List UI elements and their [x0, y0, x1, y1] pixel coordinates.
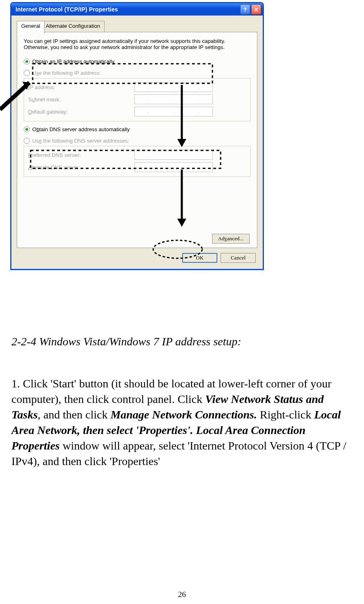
page-number: 26	[0, 590, 364, 599]
label-subnet: Subnet mask:	[28, 96, 134, 103]
label-pdns: Preferred DNS server:	[28, 152, 134, 158]
label-ip: IP address:	[28, 84, 134, 90]
radio-obtain-dns-label: Obtain DNS server address automatically	[32, 126, 130, 132]
close-button[interactable]: X	[251, 4, 261, 14]
radio-obtain-dns[interactable]	[24, 126, 30, 132]
ok-button[interactable]: OK	[182, 253, 217, 263]
p1-text-c: , and then click	[38, 408, 110, 421]
dialog-titlebar: Internet Protocol (TCP/IP) Properties ? …	[11, 3, 263, 16]
label-gateway: Default gateway:	[28, 109, 134, 115]
help-button[interactable]: ?	[240, 4, 250, 14]
tab-strip: General Alternate Configuration	[17, 21, 257, 32]
field-ip[interactable]: ...	[134, 82, 213, 92]
cancel-button[interactable]: Cancel	[221, 253, 256, 263]
field-adns[interactable]: ...	[134, 162, 213, 172]
radio-obtain-ip[interactable]	[24, 58, 30, 65]
advanced-button[interactable]: Advanced...	[212, 234, 250, 244]
field-subnet[interactable]: ...	[134, 94, 213, 104]
p1-text-e: Right-click	[257, 408, 314, 421]
intro-text: You can get IP settings assigned automat…	[24, 38, 250, 50]
radio-use-dns[interactable]	[24, 138, 30, 144]
field-pdns[interactable]: ...	[134, 150, 213, 160]
radio-use-ip[interactable]	[24, 70, 30, 76]
label-adns: Alternate DNS server:	[28, 164, 134, 170]
field-gateway[interactable]: ...	[134, 107, 213, 116]
instruction-paragraph: 1. Click 'Start' button (it should be lo…	[11, 376, 354, 469]
tab-general[interactable]: General	[17, 21, 45, 34]
dns-group: Preferred DNS server: ... Alternate DNS …	[24, 146, 250, 177]
tcpip-properties-dialog: Internet Protocol (TCP/IP) Properties ? …	[10, 2, 264, 270]
p1-bold-d: Manage Network Connections.	[110, 408, 257, 421]
radio-use-ip-label: Use the following IP address:	[32, 70, 101, 76]
general-panel: You can get IP settings assigned automat…	[17, 32, 257, 248]
section-heading: 2-2-4 Windows Vista/Windows 7 IP address…	[11, 335, 346, 348]
dialog-button-row: OK Cancel	[182, 253, 256, 263]
radio-use-dns-label: Use the following DNS server addresses:	[32, 138, 129, 144]
p1-text-g: window will appear, select 'Internet Pro…	[11, 439, 346, 468]
radio-obtain-ip-label: Obtain an IP address automatically	[32, 58, 114, 65]
ip-group: IP address: ... Subnet mask: ... Default…	[24, 78, 250, 121]
dialog-title: Internet Protocol (TCP/IP) Properties	[13, 6, 239, 13]
